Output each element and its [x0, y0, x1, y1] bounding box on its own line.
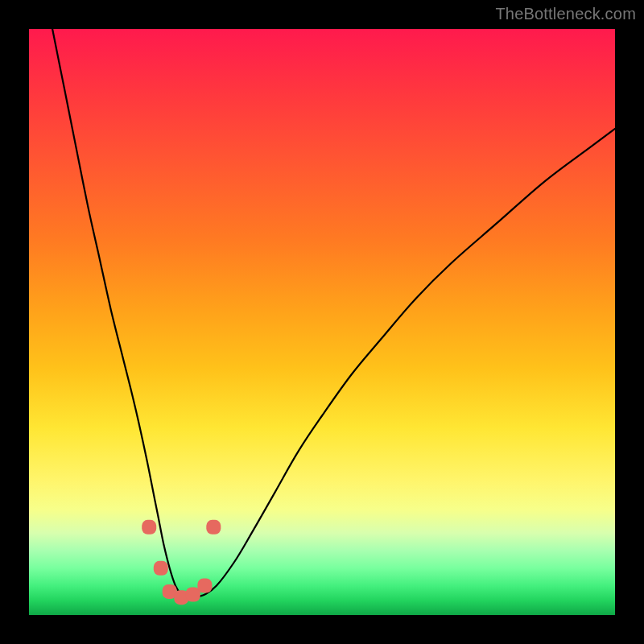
- chart-frame: TheBottleneck.com: [0, 0, 644, 644]
- curve-markers: [142, 520, 221, 605]
- curve-marker: [206, 520, 221, 535]
- curve-layer: [29, 29, 615, 615]
- curve-marker: [154, 561, 168, 576]
- bottleneck-curve: [52, 29, 615, 598]
- watermark-text: TheBottleneck.com: [495, 5, 636, 23]
- plot-area: [29, 29, 615, 615]
- curve-marker: [142, 520, 156, 535]
- curve-marker: [197, 579, 212, 593]
